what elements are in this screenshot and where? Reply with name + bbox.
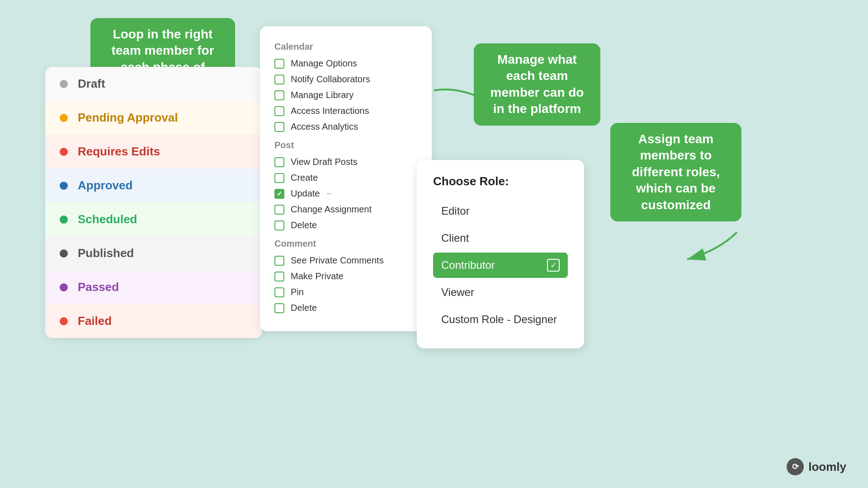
manage-bubble: Manage what each team member can do in t… xyxy=(474,43,600,126)
status-item-passed: Passed xyxy=(45,270,262,304)
perm-title-comment: Comment xyxy=(274,239,417,249)
perm-label-notify-collaborators: Notify Collaborators xyxy=(291,74,370,84)
checkbox-notify-collaborators[interactable] xyxy=(274,75,284,84)
status-label-failed: Failed xyxy=(78,314,112,328)
perm-label-create: Create xyxy=(291,173,318,183)
perm-item-delete-comment[interactable]: Delete xyxy=(274,303,417,313)
status-label-pending: Pending Approval xyxy=(78,111,178,125)
status-dot-pending xyxy=(60,114,68,122)
status-dot-published xyxy=(60,249,68,258)
loomly-text: loomly xyxy=(808,460,846,474)
perm-label-delete-post: Delete xyxy=(291,220,317,230)
status-label-passed: Passed xyxy=(78,280,119,294)
status-dot-passed xyxy=(60,283,68,291)
checkbox-pin[interactable] xyxy=(274,287,284,297)
role-item-viewer[interactable]: Viewer xyxy=(433,280,568,305)
status-item-failed: Failed xyxy=(45,304,262,338)
status-dot-scheduled xyxy=(60,216,68,224)
perm-item-change-assignment[interactable]: Change Assignment xyxy=(274,204,417,215)
checkbox-view-draft-posts[interactable] xyxy=(274,157,284,167)
permissions-panel: CalendarManage OptionsNotify Collaborato… xyxy=(260,26,432,331)
role-active-check: ✓ xyxy=(547,259,560,272)
perm-label-make-private: Make Private xyxy=(291,271,344,282)
perm-label-access-analytics: Access Analytics xyxy=(291,122,358,132)
perm-label-update: Update xyxy=(291,188,320,199)
perm-label-view-draft-posts: View Draft Posts xyxy=(291,157,357,167)
status-item-requires: Requires Edits xyxy=(45,135,262,169)
checkbox-delete-comment[interactable] xyxy=(274,303,284,313)
checkbox-manage-library[interactable] xyxy=(274,90,284,100)
assign-bubble: Assign team members to different roles, … xyxy=(610,123,741,221)
status-panel: DraftPending ApprovalRequires EditsAppro… xyxy=(45,67,262,338)
checkbox-see-private-comments[interactable] xyxy=(274,256,284,266)
role-label-viewer: Viewer xyxy=(441,286,474,298)
perm-item-update[interactable]: Update← xyxy=(274,188,417,199)
role-item-custom-designer[interactable]: Custom Role - Designer xyxy=(433,307,568,332)
perm-label-access-interactions: Access Interactions xyxy=(291,106,369,116)
loomly-icon: ⟳ xyxy=(787,458,804,475)
checkbox-delete-post[interactable] xyxy=(274,221,284,230)
status-label-draft: Draft xyxy=(78,77,105,91)
perm-item-manage-options[interactable]: Manage Options xyxy=(274,58,417,69)
role-item-editor[interactable]: Editor xyxy=(433,198,568,224)
perm-label-change-assignment: Change Assignment xyxy=(291,204,372,215)
role-label-editor: Editor xyxy=(441,205,470,217)
role-label-custom-designer: Custom Role - Designer xyxy=(441,313,557,325)
status-item-published: Published xyxy=(45,236,262,270)
status-dot-requires xyxy=(60,148,68,156)
status-dot-failed xyxy=(60,317,68,325)
role-item-client[interactable]: Client xyxy=(433,225,568,251)
role-panel-title: Choose Role: xyxy=(433,174,568,188)
status-item-pending: Pending Approval xyxy=(45,101,262,135)
loomly-logo: ⟳ loomly xyxy=(787,458,846,475)
status-item-approved: Approved xyxy=(45,169,262,202)
status-label-approved: Approved xyxy=(78,178,132,192)
role-panel: Choose Role:EditorClientContributor✓View… xyxy=(417,160,584,348)
perm-item-pin[interactable]: Pin xyxy=(274,287,417,297)
status-label-scheduled: Scheduled xyxy=(78,212,137,226)
perm-item-notify-collaborators[interactable]: Notify Collaborators xyxy=(274,74,417,84)
status-item-scheduled: Scheduled xyxy=(45,202,262,236)
checkbox-manage-options[interactable] xyxy=(274,59,284,69)
role-item-contributor[interactable]: Contributor✓ xyxy=(433,253,568,278)
perm-label-manage-options: Manage Options xyxy=(291,58,357,69)
perm-item-make-private[interactable]: Make Private xyxy=(274,271,417,282)
checkbox-create[interactable] xyxy=(274,173,284,183)
perm-item-create[interactable]: Create xyxy=(274,173,417,183)
role-label-client: Client xyxy=(441,232,469,244)
checkbox-access-analytics[interactable] xyxy=(274,122,284,132)
status-dot-draft xyxy=(60,80,68,88)
status-item-draft: Draft xyxy=(45,67,262,101)
perm-item-view-draft-posts[interactable]: View Draft Posts xyxy=(274,157,417,167)
perm-label-pin: Pin xyxy=(291,287,304,297)
checkbox-change-assignment[interactable] xyxy=(274,205,284,215)
perm-label-delete-comment: Delete xyxy=(291,303,317,313)
perm-item-manage-library[interactable]: Manage Library xyxy=(274,90,417,100)
checkbox-update[interactable] xyxy=(274,189,284,199)
perm-label-manage-library: Manage Library xyxy=(291,90,354,100)
perm-item-delete-post[interactable]: Delete xyxy=(274,220,417,230)
perm-item-access-analytics[interactable]: Access Analytics xyxy=(274,122,417,132)
checkbox-make-private[interactable] xyxy=(274,272,284,282)
checkbox-access-interactions[interactable] xyxy=(274,106,284,116)
role-label-contributor: Contributor xyxy=(441,259,495,272)
update-arrow-icon: ← xyxy=(326,189,334,198)
perm-label-see-private-comments: See Private Comments xyxy=(291,255,384,266)
perm-title-calendar: Calendar xyxy=(274,42,417,52)
perm-title-post: Post xyxy=(274,140,417,150)
status-dot-approved xyxy=(60,182,68,190)
assign-arrow xyxy=(683,232,741,268)
perm-item-access-interactions[interactable]: Access Interactions xyxy=(274,106,417,116)
status-label-requires: Requires Edits xyxy=(78,145,160,159)
perm-item-see-private-comments[interactable]: See Private Comments xyxy=(274,255,417,266)
status-label-published: Published xyxy=(78,246,134,260)
